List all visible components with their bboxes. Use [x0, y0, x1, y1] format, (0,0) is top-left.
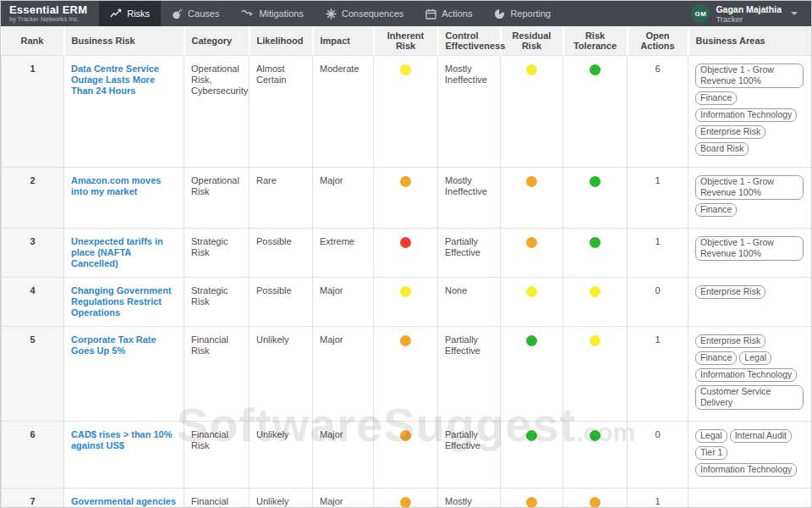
column-header-residual-risk: Residual Risk — [501, 26, 563, 55]
impact-cell: Major — [313, 277, 374, 326]
category-cell: Strategic Risk — [184, 277, 250, 326]
inherent-risk — [374, 228, 438, 277]
business-area-tag[interactable]: Internal Audit — [730, 429, 792, 443]
table-header: RankBusiness RiskCategoryLikelihoodImpac… — [2, 26, 812, 55]
nav-tab-mitigations[interactable]: Mitigations — [230, 1, 315, 26]
table-row: 5Corporate Tax Rate Goes Up 5%Financial … — [2, 326, 812, 421]
risk-tolerance-dot — [590, 286, 601, 297]
rank-cell: 4 — [2, 277, 64, 326]
impact-cell: Extreme — [313, 228, 374, 277]
wave-arrow-icon — [241, 9, 254, 19]
business-area-tag[interactable]: Objective 1 - Grow Revenue 100% — [695, 64, 804, 88]
risk-tolerance — [563, 421, 628, 488]
risk-link[interactable]: Amazon.com moves into my market — [71, 175, 177, 197]
risk-link[interactable]: Changing Government Regulations Restrict… — [71, 285, 177, 318]
inherent-risk — [374, 488, 438, 508]
column-header-inherent-risk: Inherent Risk — [374, 26, 438, 55]
nav-tab-label: Consequences — [342, 8, 403, 19]
business-areas-cell: Objective 1 - Grow Revenue 100%Finance — [689, 167, 812, 228]
business-area-tag[interactable]: Finance — [695, 203, 737, 217]
risk-link[interactable]: Unexpected tariffs in place (NAFTA Cance… — [71, 236, 177, 269]
nav-tab-label: Actions — [442, 8, 472, 19]
business-risk-cell: Governmental agencies may modify, curtai… — [64, 488, 184, 508]
inherent-risk-dot — [400, 176, 411, 187]
nav-tab-consequences[interactable]: Consequences — [315, 1, 414, 26]
likelihood-cell: Possible — [250, 228, 313, 277]
risk-tolerance — [563, 228, 628, 277]
user-menu[interactable]: GM Gagan Majathia Tracker — [684, 1, 811, 26]
table-row: 1Data Centre Service Outage Lasts More T… — [2, 55, 812, 167]
business-area-tag[interactable]: Legal — [739, 351, 771, 365]
business-area-tag[interactable]: Finance — [695, 351, 737, 365]
inherent-risk-dot — [400, 430, 411, 441]
business-areas-cell: LegalInternal AuditTier 1Information Tec… — [689, 421, 812, 488]
business-area-tag[interactable]: Board Risk — [695, 142, 749, 156]
burst-icon — [326, 8, 337, 19]
business-area-tag[interactable]: Enterprise Risk — [695, 334, 765, 348]
likelihood-cell: Possible — [250, 277, 313, 326]
residual-risk-dot — [526, 497, 537, 508]
risk-register-table: RankBusiness RiskCategoryLikelihoodImpac… — [1, 26, 812, 508]
calendar-icon — [425, 8, 436, 19]
residual-risk — [501, 421, 563, 488]
business-area-tag[interactable]: Tier 1 — [695, 446, 727, 460]
open-actions-cell: 1 — [628, 326, 689, 421]
risk-link[interactable]: Data Centre Service Outage Lasts More Th… — [71, 64, 177, 97]
risk-tolerance — [563, 277, 628, 326]
nav-tab-actions[interactable]: Actions — [414, 1, 483, 26]
risk-link[interactable]: CAD$ rises > than 10% against US$ — [71, 429, 177, 451]
residual-risk-dot — [526, 335, 537, 346]
control-effectiveness-cell: Partially Effective — [438, 421, 501, 488]
column-header-open-actions: Open Actions — [628, 26, 689, 55]
impact-cell: Major — [313, 421, 374, 488]
business-area-tag[interactable]: Customer Service Delivery — [695, 385, 804, 410]
business-areas-cell — [689, 488, 812, 508]
control-effectiveness-cell: Mostly Ineffective — [438, 488, 501, 508]
business-area-tag[interactable]: Information Technology — [695, 463, 797, 477]
business-area-tag[interactable]: Information Technology — [695, 368, 797, 382]
control-effectiveness-cell: Partially Effective — [438, 228, 501, 277]
nav-tab-reporting[interactable]: Reporting — [483, 1, 562, 26]
bomb-icon — [172, 8, 183, 19]
control-effectiveness-cell: Partially Effective — [438, 326, 501, 421]
residual-risk — [501, 277, 563, 326]
main-nav: Risks Causes Mitigations Consequences — [99, 1, 684, 26]
category-cell: Financial Risk — [184, 421, 250, 488]
nav-tab-causes[interactable]: Causes — [161, 1, 230, 26]
impact-cell: Major — [313, 326, 374, 421]
likelihood-cell: Almost Certain — [250, 55, 313, 167]
business-area-tag[interactable]: Objective 1 - Grow Revenue 100% — [695, 175, 804, 200]
business-area-tag[interactable]: Legal — [695, 429, 727, 443]
inherent-risk-dot — [400, 497, 411, 508]
risk-tolerance-dot — [590, 335, 601, 346]
business-area-tag[interactable]: Finance — [695, 91, 737, 105]
column-header-risk-tolerance: Risk Tolerance — [563, 26, 628, 55]
residual-risk-dot — [526, 430, 537, 441]
column-header-impact: Impact — [313, 26, 374, 55]
pie-chart-icon — [494, 8, 505, 19]
nav-tab-label: Risks — [127, 8, 150, 19]
table-body: 1Data Centre Service Outage Lasts More T… — [2, 55, 812, 508]
avatar: GM — [691, 4, 710, 23]
risk-tolerance-dot — [590, 176, 601, 187]
business-area-tag[interactable]: Enterprise Risk — [695, 125, 765, 139]
nav-tab-label: Mitigations — [259, 8, 304, 19]
risk-tolerance-dot — [590, 64, 601, 75]
business-area-tag[interactable]: Information Technology — [695, 108, 797, 122]
business-area-tag[interactable]: Objective 1 - Grow Revenue 100% — [695, 236, 804, 261]
nav-tab-label: Causes — [188, 8, 219, 19]
rank-cell: 5 — [2, 326, 64, 421]
rank-cell: 2 — [2, 167, 64, 228]
category-cell: Financial Risk — [184, 326, 250, 421]
risk-link[interactable]: Governmental agencies may modify, curtai… — [71, 496, 177, 508]
nav-tab-risks[interactable]: Risks — [99, 1, 161, 26]
likelihood-cell: Unlikely — [250, 421, 313, 488]
risk-link[interactable]: Corporate Tax Rate Goes Up 5% — [71, 334, 177, 356]
column-header-business-risk: Business Risk — [64, 26, 184, 55]
table-header-row: RankBusiness RiskCategoryLikelihoodImpac… — [2, 26, 812, 55]
control-effectiveness-cell: Mostly Ineffective — [438, 167, 501, 228]
residual-risk-dot — [526, 176, 537, 187]
business-area-tag[interactable]: Enterprise Risk — [695, 285, 765, 299]
rank-cell: 6 — [2, 421, 64, 488]
risk-tolerance — [563, 167, 628, 228]
